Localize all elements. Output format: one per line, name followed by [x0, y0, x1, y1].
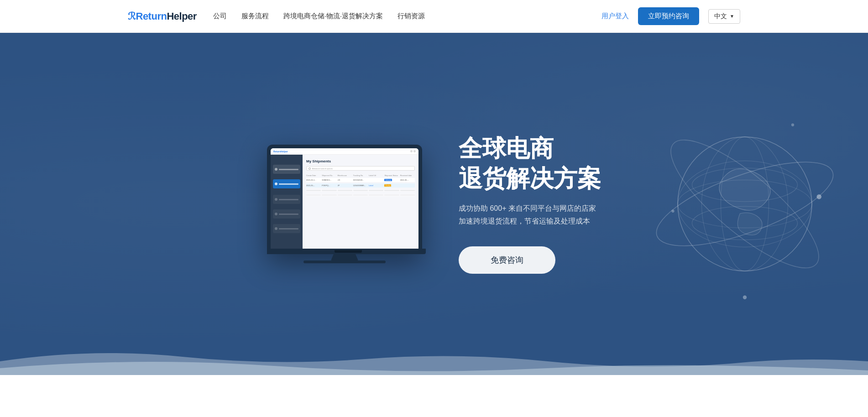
nav-link-ecommerce[interactable]: 跨境电商仓储·物流·退货解决方案 — [283, 12, 383, 21]
screen-page-title: My Shipments — [306, 159, 415, 163]
td-date-1: 2021-06-1... — [306, 179, 321, 181]
sidebar-dot-3 — [275, 198, 277, 201]
sidebar-dot-4 — [275, 213, 277, 215]
hero-text-block: 全球电商 退货解决方案 成功协助 600+ 来自不同平台与网店的店家 加速跨境退… — [459, 134, 601, 274]
navbar: ℛReturn Helper 公司 服务流程 跨境电商仓储·物流·退货解决方案 … — [0, 0, 868, 33]
td-shipment-2: POKPQ... — [322, 184, 336, 187]
nav-links: 公司 服务流程 跨境电商仓储·物流·退货解决方案 行销资源 — [213, 12, 425, 21]
status-badge-pending: Pending — [384, 184, 391, 187]
screen-main-content: My Shipments Advanced search options Cre… — [303, 155, 418, 249]
td-ph-3 — [338, 194, 352, 196]
sidebar-line-4 — [279, 214, 298, 215]
svg-point-11 — [743, 296, 747, 299]
td-status-2: Pending — [384, 184, 399, 187]
td-ph-2 — [322, 194, 336, 196]
nav-right: 用户登入 立即预约咨询 中文 ▼ — [601, 7, 740, 25]
hero-title-line2: 退货解决方案 — [459, 164, 601, 193]
table-row-2: 2021-05-... POKPQ... JP 1234OOBMS... Lab… — [306, 183, 415, 188]
login-link[interactable]: 用户登入 — [601, 12, 629, 21]
th-label: Label Url — [369, 174, 383, 177]
hero-section: ReturnHelper — [0, 33, 868, 375]
th-status: Shipment Status — [384, 174, 399, 177]
bottom-wave-decoration — [0, 348, 868, 375]
search-icon-small — [309, 167, 311, 170]
sidebar-item-5 — [273, 224, 300, 233]
screen-search-bar: Advanced search options — [306, 166, 415, 171]
sidebar-dot-5 — [275, 227, 277, 230]
screen-window-controls — [410, 150, 416, 152]
td-warehouse-1: US — [338, 179, 352, 181]
nav-link-service[interactable]: 服务流程 — [241, 12, 269, 21]
td-ph-4 — [353, 194, 368, 196]
td-tracking-3 — [353, 190, 368, 191]
screen-topbar: ReturnHelper — [271, 148, 418, 155]
cta-button[interactable]: 立即预约咨询 — [638, 7, 699, 25]
laptop-base — [271, 249, 426, 254]
hero-content: ReturnHelper — [115, 134, 753, 274]
td-label-2: Label — [369, 184, 383, 187]
td-tracking-2: 1234OOBMS... — [353, 184, 368, 187]
td-ph-1 — [306, 194, 321, 196]
sidebar-dot-2 — [275, 182, 277, 185]
hero-subtitle-line2: 加速跨境退货流程，节省运输及处理成本 — [459, 217, 590, 225]
sidebar-line-5 — [279, 228, 298, 229]
logo-helper: Helper — [167, 10, 196, 22]
th-create-date: Create Date — [306, 174, 321, 177]
status-badge-delivered: Delivered — [384, 179, 392, 181]
laptop-foot — [303, 261, 386, 263]
td-status-1: Delivered — [384, 179, 399, 181]
laptop-stand-container — [267, 254, 422, 261]
table-row-3 — [306, 189, 415, 192]
td-warehouse-2: JP — [338, 184, 352, 187]
th-shipment-no: Shipment No. — [322, 174, 336, 177]
td-tracking-1: 923334568... — [353, 179, 368, 181]
table-row-1: 2021-06-1... SHMHKG... US 923334568... D… — [306, 178, 415, 182]
hero-cta-button[interactable]: 免费咨询 — [459, 246, 555, 274]
table-row-4 — [306, 193, 415, 197]
nav-link-marketing[interactable]: 行销资源 — [397, 12, 425, 21]
hero-subtitle-line1: 成功协助 600+ 来自不同平台与网店的店家 — [459, 204, 596, 212]
td-received-1: 2021-06-... — [400, 179, 415, 181]
sidebar-item-3 — [273, 195, 300, 204]
td-ph-7 — [400, 194, 415, 196]
td-received-3 — [400, 190, 415, 191]
sidebar-item-4 — [273, 209, 300, 219]
sidebar-item-return-label — [273, 165, 300, 174]
th-received: Received date — [400, 174, 415, 177]
sidebar-line-2 — [279, 183, 298, 185]
laptop-stand — [331, 254, 358, 261]
screen-search-text: Advanced search options — [312, 167, 333, 170]
hero-subtitle: 成功协助 600+ 来自不同平台与网店的店家 加速跨境退货流程，节省运输及处理成… — [459, 202, 601, 229]
window-control-1 — [410, 150, 413, 152]
svg-point-9 — [817, 194, 822, 199]
laptop-mockup: ReturnHelper — [267, 145, 422, 263]
th-warehouse: Warehouse — [338, 174, 352, 177]
nav-left: ℛReturn Helper 公司 服务流程 跨境电商仓储·物流·退货解决方案 … — [128, 10, 425, 22]
td-ph-6 — [384, 194, 399, 196]
screen-table-header: Create Date Shipment No. Warehouse Track… — [306, 174, 415, 177]
logo-return: ℛReturn — [128, 10, 167, 22]
td-warehouse-3 — [338, 190, 352, 191]
td-status-3 — [384, 190, 399, 191]
td-label-3 — [369, 190, 383, 191]
language-selector[interactable]: 中文 ▼ — [708, 9, 740, 24]
screen-sidebar — [271, 155, 303, 249]
screen-logo-text: ReturnHelper — [273, 150, 288, 153]
svg-point-12 — [791, 124, 794, 126]
sidebar-line-3 — [279, 199, 298, 200]
laptop-screen: ReturnHelper — [271, 148, 418, 249]
laptop-notch — [335, 250, 362, 253]
td-shipment-1: SHMHKG... — [322, 179, 336, 181]
th-tracking: Tracking No. — [353, 174, 368, 177]
screen-inner: My Shipments Advanced search options Cre… — [271, 155, 418, 249]
sidebar-dot-1 — [275, 168, 277, 171]
logo[interactable]: ℛReturn Helper — [128, 10, 197, 22]
laptop-body: ReturnHelper — [267, 145, 422, 254]
chevron-down-icon: ▼ — [730, 14, 734, 19]
nav-link-company[interactable]: 公司 — [213, 12, 227, 21]
window-control-2 — [413, 150, 416, 152]
td-shipment-3 — [322, 190, 336, 191]
td-ph-5 — [369, 194, 383, 196]
td-date-2: 2021-05-... — [306, 184, 321, 187]
sidebar-item-my-shipments — [273, 179, 300, 188]
